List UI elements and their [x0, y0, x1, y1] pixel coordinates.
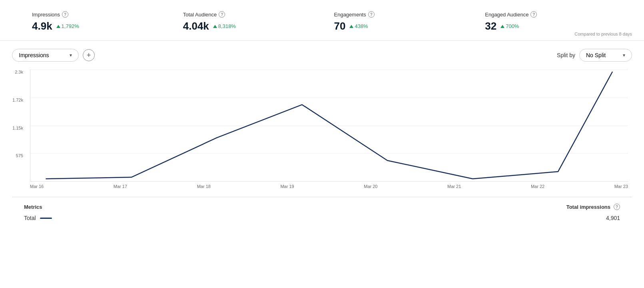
y-label-2: 1.72k: [12, 98, 26, 102]
total-audience-value-row: 4.04k 8,318%: [183, 20, 318, 32]
split-by-label: Split by: [557, 52, 575, 58]
x-label-mar20: Mar 20: [364, 184, 377, 189]
x-label-mar22: Mar 22: [531, 184, 544, 189]
x-label-mar18: Mar 18: [197, 184, 211, 189]
metrics-row-value: 4,901: [606, 215, 620, 221]
engaged-audience-change-text: 700%: [506, 23, 519, 29]
metric-dropdown[interactable]: Impressions Total Audience Engagements E…: [19, 52, 66, 58]
total-audience-value: 4.04k: [183, 20, 209, 32]
stat-engaged-audience: Engaged Audience ? 32 700%: [477, 11, 628, 32]
impressions-change: 1,792%: [56, 23, 79, 29]
engagements-arrow-up: [349, 25, 353, 28]
chart-area: 2.3k 1.72k 1.15k 575: [30, 70, 628, 182]
metrics-row-label: Total: [24, 215, 36, 221]
chart-container: 2.3k 1.72k 1.15k 575: [12, 70, 632, 189]
impressions-value: 4.9k: [32, 20, 52, 32]
engagements-change: 438%: [349, 23, 368, 29]
controls-right: Split by No Split Platform Content Type …: [557, 49, 632, 62]
chart-section: Impressions Total Audience Engagements E…: [0, 41, 644, 232]
x-label-mar17: Mar 17: [114, 184, 127, 189]
add-metric-icon: +: [87, 51, 91, 60]
x-axis: Mar 16 Mar 17 Mar 18 Mar 19 Mar 20 Mar 2…: [30, 184, 628, 189]
controls-left: Impressions Total Audience Engagements E…: [12, 49, 95, 62]
total-audience-label: Total Audience ?: [183, 11, 318, 18]
total-audience-label-text: Total Audience: [183, 12, 217, 18]
x-label-mar19: Mar 19: [280, 184, 294, 189]
engagements-label: Engagements ?: [334, 11, 469, 18]
metrics-row-left: Total: [24, 215, 52, 221]
impressions-help-icon[interactable]: ?: [62, 11, 68, 18]
total-audience-change: 8,318%: [213, 23, 236, 29]
metrics-table-row: Total 4,901: [24, 215, 620, 221]
engaged-audience-change: 700%: [500, 23, 519, 29]
impressions-label: Impressions ?: [32, 11, 167, 18]
engagements-value-row: 70 438%: [334, 20, 469, 32]
stat-impressions: Impressions ? 4.9k 1,792%: [24, 11, 175, 32]
metrics-table-header: Metrics Total impressions ?: [24, 204, 620, 210]
add-metric-button[interactable]: +: [83, 49, 95, 61]
chart-line: [46, 72, 612, 179]
engaged-audience-value: 32: [485, 20, 496, 32]
engagements-label-text: Engagements: [334, 12, 366, 18]
split-select-wrapper[interactable]: No Split Platform Content Type Region ▾: [579, 49, 632, 62]
compared-note: Compared to previous 8 days: [574, 32, 632, 36]
impressions-change-text: 1,792%: [62, 23, 79, 29]
split-dropdown-arrow: ▾: [623, 52, 625, 58]
chart-controls: Impressions Total Audience Engagements E…: [12, 49, 632, 62]
engaged-audience-arrow-up: [500, 25, 504, 28]
y-label-3: 1.15k: [12, 126, 26, 130]
x-label-mar16: Mar 16: [30, 184, 44, 189]
engagements-value: 70: [334, 20, 346, 32]
metric-dropdown-arrow: ▾: [70, 52, 72, 58]
total-audience-arrow-up: [213, 25, 217, 28]
metrics-help-icon[interactable]: ?: [614, 204, 620, 210]
stat-total-audience: Total Audience ? 4.04k 8,318%: [175, 11, 326, 32]
engaged-audience-label: Engaged Audience ?: [485, 11, 620, 18]
engaged-audience-value-row: 32 700%: [485, 20, 620, 32]
metrics-line-indicator: [40, 218, 52, 219]
total-audience-help-icon[interactable]: ?: [219, 11, 225, 18]
metric-select-wrapper[interactable]: Impressions Total Audience Engagements E…: [12, 49, 79, 62]
y-label-4: 575: [12, 153, 26, 158]
impressions-label-text: Impressions: [32, 12, 60, 18]
stat-engagements: Engagements ? 70 438%: [326, 11, 477, 32]
x-label-mar23: Mar 23: [614, 184, 628, 189]
impressions-value-row: 4.9k 1,792%: [32, 20, 167, 32]
stats-bar: Impressions ? 4.9k 1,792% Total Audience…: [0, 0, 644, 41]
engagements-change-text: 438%: [355, 23, 368, 29]
line-chart-svg: [30, 70, 628, 181]
engaged-audience-label-text: Engaged Audience: [485, 12, 528, 18]
impressions-arrow-up: [56, 25, 60, 28]
metrics-right-header: Total impressions: [566, 204, 610, 210]
engaged-audience-help-icon[interactable]: ?: [530, 11, 537, 18]
metrics-table: Metrics Total impressions ? Total 4,901: [12, 197, 632, 228]
metrics-right-header-group: Total impressions ?: [566, 204, 620, 210]
split-dropdown[interactable]: No Split Platform Content Type Region: [586, 52, 620, 58]
page-wrapper: Impressions ? 4.9k 1,792% Total Audience…: [0, 0, 644, 288]
y-axis: 2.3k 1.72k 1.15k 575: [12, 70, 26, 181]
engagements-help-icon[interactable]: ?: [368, 11, 375, 18]
x-label-mar21: Mar 21: [447, 184, 461, 189]
y-label-top: 2.3k: [12, 70, 26, 74]
metrics-left-header: Metrics: [24, 204, 42, 210]
total-audience-change-text: 8,318%: [218, 23, 236, 29]
